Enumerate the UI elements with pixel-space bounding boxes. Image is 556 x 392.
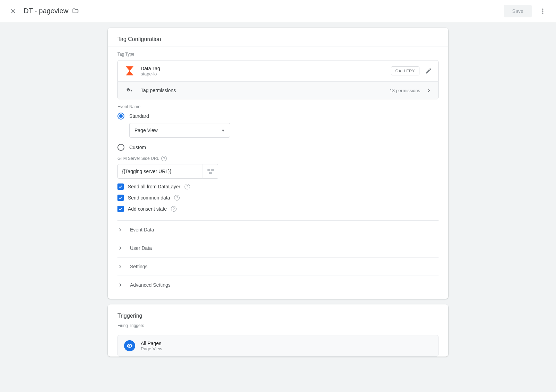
svg-rect-6	[211, 169, 214, 171]
help-icon[interactable]: ?	[174, 195, 180, 201]
more-vert-icon	[539, 8, 546, 15]
svg-rect-5	[207, 169, 210, 171]
page-title[interactable]: DT - pageview	[24, 7, 68, 15]
checkbox-icon	[117, 206, 124, 212]
checkbox-icon	[117, 183, 124, 190]
server-url-input[interactable]	[117, 164, 203, 179]
expand-settings[interactable]: Settings	[117, 258, 439, 276]
pageview-trigger-icon	[124, 340, 135, 351]
folder-icon[interactable]	[72, 8, 79, 15]
event-name-label: Event Name	[117, 104, 439, 109]
close-button[interactable]	[6, 4, 20, 18]
radio-icon	[117, 144, 124, 151]
check-datalayer-row[interactable]: Send all from DataLayer ?	[117, 183, 439, 190]
help-icon[interactable]: ?	[161, 156, 167, 161]
chevron-right-icon	[426, 87, 432, 93]
tag-name: Data Tag	[141, 66, 391, 71]
edit-icon[interactable]	[425, 67, 432, 74]
radio-custom[interactable]: Custom	[117, 144, 439, 151]
variable-picker-button[interactable]	[203, 164, 218, 179]
top-bar: DT - pageview Save	[0, 0, 556, 22]
triggering-title: Triggering	[108, 304, 448, 322]
svg-point-3	[542, 10, 543, 11]
event-select-value: Page View	[134, 128, 158, 133]
trigger-row[interactable]: All Pages Page View	[117, 335, 439, 357]
check-common-row[interactable]: Send common data ?	[117, 195, 439, 201]
svg-point-4	[542, 13, 543, 14]
trigger-type: Page View	[141, 346, 162, 351]
save-button[interactable]: Save	[504, 5, 532, 17]
permissions-count: 13 permissions	[390, 88, 420, 93]
close-icon	[10, 8, 17, 15]
dropdown-arrow-icon: ▼	[221, 129, 225, 132]
tag-type-row[interactable]: Data Tag stape-io GALLERY	[118, 60, 438, 81]
triggering-card: Triggering Firing Triggers All Pages Pag…	[108, 304, 448, 357]
card-title: Tag Configuration	[108, 28, 448, 47]
key-icon	[124, 87, 135, 93]
chevron-right-icon	[117, 227, 124, 232]
trigger-name: All Pages	[141, 341, 162, 346]
brick-icon	[207, 169, 214, 174]
svg-point-2	[542, 8, 543, 9]
radio-icon	[117, 113, 124, 120]
tag-vendor: stape-io	[141, 71, 391, 76]
chevron-right-icon	[117, 282, 124, 288]
help-icon[interactable]: ?	[171, 206, 177, 212]
firing-triggers-label: Firing Triggers	[108, 322, 448, 332]
expand-advanced[interactable]: Advanced Settings	[117, 276, 439, 294]
help-icon[interactable]: ?	[185, 184, 190, 189]
tag-type-label: Tag Type	[117, 52, 439, 57]
data-tag-icon	[124, 65, 135, 76]
tag-type-box: Data Tag stape-io GALLERY Tag permission…	[117, 60, 439, 99]
event-select[interactable]: Page View ▼	[129, 123, 230, 138]
gallery-button[interactable]: GALLERY	[391, 66, 419, 75]
checkbox-icon	[117, 195, 124, 201]
chevron-right-icon	[117, 264, 124, 269]
radio-standard[interactable]: Standard	[117, 113, 439, 120]
svg-rect-7	[209, 172, 212, 174]
permissions-label: Tag permissions	[141, 88, 390, 93]
expand-user-data[interactable]: User Data	[117, 239, 439, 258]
tag-config-card: Tag Configuration Tag Type Data Tag stap…	[108, 28, 448, 299]
tag-permissions-row[interactable]: Tag permissions 13 permissions	[118, 81, 438, 99]
chevron-right-icon	[117, 245, 124, 251]
server-url-label: GTM Server Side URL	[117, 156, 159, 161]
check-consent-row[interactable]: Add consent state ?	[117, 206, 439, 212]
more-menu-button[interactable]	[536, 4, 550, 18]
expand-event-data[interactable]: Event Data	[117, 221, 439, 239]
